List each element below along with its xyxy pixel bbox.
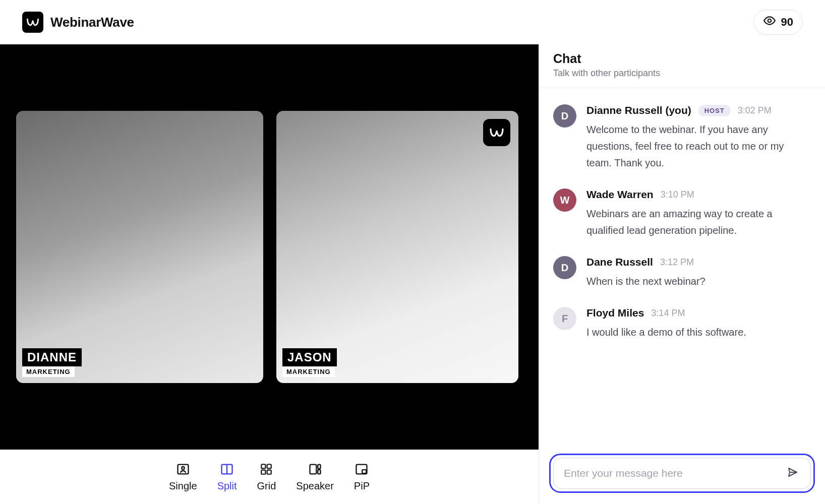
chat-subtitle: Talk with other participants — [553, 68, 811, 79]
view-mode-pip[interactable]: PiP — [354, 462, 370, 492]
chat-title: Chat — [553, 51, 811, 66]
grid-view-icon — [259, 462, 274, 476]
view-mode-label: Speaker — [296, 480, 334, 492]
chat-message: DDianne Russell (you)HOST3:02 PMWelcome … — [553, 104, 811, 171]
viewer-count: 90 — [781, 16, 793, 29]
svg-rect-10 — [318, 464, 320, 468]
view-mode-label: PiP — [354, 480, 370, 492]
video-tile[interactable]: JASON MARKETING — [276, 111, 518, 383]
split-view-icon — [219, 462, 234, 476]
message-text: Welcome to the webinar. If you have any … — [586, 121, 811, 171]
send-icon — [787, 466, 799, 480]
svg-rect-7 — [262, 470, 266, 474]
eye-icon — [763, 14, 776, 30]
message-time: 3:12 PM — [660, 257, 694, 268]
message-text: When is the next webinar? — [586, 273, 811, 290]
message-time: 3:02 PM — [738, 105, 772, 116]
brand-name: WebinarWave — [50, 15, 134, 30]
participant-name: JASON — [282, 348, 337, 366]
participant-role: MARKETING — [22, 366, 75, 377]
view-mode-label: Split — [217, 480, 237, 492]
app-header: WebinarWave 90 — [0, 0, 825, 44]
video-tile[interactable]: DIANNE MARKETING — [16, 111, 263, 383]
pip-view-icon — [354, 462, 369, 476]
participant-video — [276, 111, 518, 383]
participant-badge: JASON MARKETING — [282, 348, 337, 377]
message-time: 3:10 PM — [661, 190, 694, 200]
chat-compose[interactable] — [553, 458, 811, 489]
video-stage: DIANNE MARKETING JASON MARKETING — [0, 44, 539, 450]
view-mode-speaker[interactable]: Speaker — [296, 462, 334, 492]
message-time: 3:14 PM — [651, 308, 685, 319]
message-author: Floyd Miles — [586, 307, 644, 319]
brand-watermark-icon — [483, 119, 510, 146]
chat-panel: Chat Talk with other participants DDiann… — [539, 44, 825, 504]
chat-message-list[interactable]: DDianne Russell (you)HOST3:02 PMWelcome … — [539, 88, 825, 446]
svg-rect-8 — [267, 470, 271, 474]
avatar: D — [553, 256, 576, 279]
message-author: Dane Russell — [586, 256, 653, 268]
avatar: F — [553, 307, 576, 330]
view-mode-label: Grid — [257, 480, 276, 492]
avatar: W — [553, 188, 576, 212]
svg-rect-5 — [262, 464, 266, 468]
message-author: Wade Warren — [586, 188, 654, 201]
viewer-count-pill: 90 — [753, 10, 803, 35]
participant-badge: DIANNE MARKETING — [22, 348, 82, 377]
chat-header: Chat Talk with other participants — [539, 44, 825, 88]
avatar: D — [553, 104, 576, 128]
message-text: I would like a demo of this software. — [586, 324, 811, 341]
svg-rect-11 — [318, 470, 320, 474]
send-button[interactable] — [785, 466, 800, 481]
chat-message: DDane Russell3:12 PMWhen is the next web… — [553, 256, 811, 290]
chat-message: FFloyd Miles3:14 PMI would like a demo o… — [553, 307, 811, 341]
brand-logo-icon — [22, 12, 43, 33]
chat-input[interactable] — [564, 467, 778, 479]
message-text: Webinars are an amazing way to create a … — [586, 206, 811, 239]
chat-message: WWade Warren3:10 PMWebinars are an amazi… — [553, 188, 811, 239]
speaker-view-icon — [308, 462, 323, 476]
svg-rect-6 — [267, 464, 271, 468]
participant-video — [16, 111, 263, 383]
view-mode-label: Single — [169, 480, 197, 492]
participant-name: DIANNE — [22, 348, 82, 366]
chat-compose-focus-ring — [549, 454, 815, 493]
view-mode-toolbar: Single Split — [0, 450, 539, 504]
view-mode-single[interactable]: Single — [169, 462, 197, 492]
view-mode-split[interactable]: Split — [217, 462, 237, 492]
svg-point-2 — [182, 466, 184, 469]
host-badge: HOST — [698, 105, 731, 116]
svg-rect-13 — [363, 470, 367, 473]
message-author: Dianne Russell (you) — [586, 104, 691, 116]
svg-rect-9 — [310, 464, 316, 474]
view-mode-grid[interactable]: Grid — [257, 462, 276, 492]
brand: WebinarWave — [22, 12, 134, 33]
svg-point-0 — [768, 19, 771, 23]
single-view-icon — [175, 462, 191, 476]
participant-role: MARKETING — [282, 366, 335, 377]
